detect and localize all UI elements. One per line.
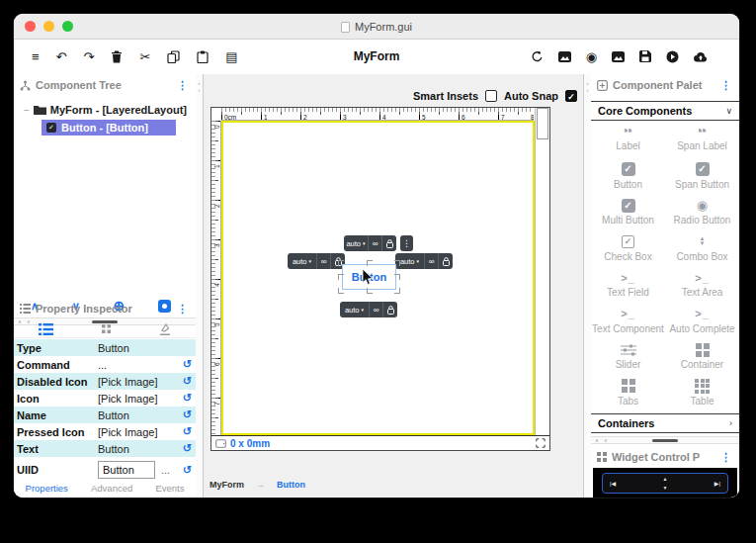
reset-property-icon[interactable]: ↺ [179, 358, 192, 371]
palette-item-combo-box[interactable]: ▲▼ Combo Box [665, 230, 739, 267]
resize-handle[interactable] [367, 288, 373, 294]
resize-handle[interactable] [367, 260, 373, 266]
cut-button[interactable]: ✂ [139, 50, 150, 63]
style-view-tab[interactable] [159, 323, 171, 335]
palette-item-auto-complete[interactable]: >_ Auto Complete [665, 303, 739, 339]
uiid-input[interactable] [98, 461, 155, 479]
property-row[interactable]: Disabled Icon [Pick Image] ↺ [14, 373, 196, 390]
paste-button[interactable] [197, 50, 209, 63]
right-inset-control[interactable]: auto▾ ∞ [395, 253, 453, 269]
infinity-button[interactable]: ∞ [369, 235, 382, 251]
tab-properties[interactable]: Properties [26, 483, 68, 494]
previous-track-icon[interactable]: |◀ [610, 481, 616, 487]
palette-item-span-label[interactable]: “ Span Label [665, 122, 739, 158]
resize-handle[interactable] [394, 274, 400, 280]
tab-advanced[interactable]: Advanced [91, 483, 132, 494]
palette-item-multi-button[interactable]: ✓ Multi Button [591, 194, 665, 230]
grid-view-tab[interactable] [102, 324, 111, 333]
lock-button[interactable] [382, 235, 396, 251]
widget-control-menu-button[interactable]: ⋮ [718, 451, 733, 464]
fullscreen-icon[interactable] [536, 438, 546, 448]
next-track-icon[interactable]: ▶| [714, 481, 720, 487]
resize-handle[interactable] [394, 288, 400, 294]
palette-item-slider[interactable]: Slider [591, 338, 665, 375]
breadcrumb-child[interactable]: Button [277, 480, 305, 490]
palette-item-text-area[interactable]: >_ Text Area [665, 266, 739, 303]
property-row[interactable]: Command ... ↺ [14, 356, 196, 373]
smart-insets-checkbox[interactable] [485, 90, 497, 102]
palette-item-container[interactable]: Container [665, 338, 739, 375]
media-control-widget[interactable]: |◀ ▲ ▼ ▶| [602, 473, 728, 494]
menu-button[interactable]: ≡ [32, 50, 40, 63]
reset-property-icon[interactable]: ↺ [179, 442, 192, 455]
palette-item-tabs[interactable]: Tabs [591, 375, 665, 411]
lock-button[interactable] [439, 253, 453, 269]
screenshot-button[interactable] [558, 51, 571, 62]
splitter-handle[interactable] [652, 439, 678, 442]
widget-menu-button[interactable]: ⋮ [400, 235, 413, 251]
property-inspector-menu-button[interactable]: ⋮ [175, 303, 190, 316]
section-core-components[interactable]: Core Components ∨ [591, 101, 739, 121]
bottom-inset-control[interactable]: auto▾ ∞ [340, 302, 397, 317]
tree-item-button-selected[interactable]: ✓ Button - [Button] [42, 120, 176, 136]
palette-item-check-box[interactable]: ✓ Check Box [591, 230, 665, 267]
delete-button[interactable] [111, 50, 123, 63]
section-containers[interactable]: Containers › [591, 413, 739, 433]
refresh-button[interactable] [531, 50, 544, 63]
tree-item-myform[interactable]: − MyForm - [LayeredLayout] [24, 104, 196, 116]
lock-button[interactable] [383, 302, 397, 317]
redo-button[interactable]: ↷ [84, 50, 95, 63]
palette-item-table[interactable]: Table [665, 375, 739, 411]
list-view-tab[interactable] [39, 323, 53, 335]
palette-item-span-button[interactable]: ✓ Span Button [665, 158, 739, 195]
right-splitter[interactable]: ‹› [584, 74, 591, 498]
property-row[interactable]: Type Button [14, 339, 196, 356]
palette-item-button[interactable]: ✓ Button [591, 158, 665, 195]
reset-property-icon[interactable]: ↺ [179, 464, 192, 477]
copy-button[interactable] [167, 50, 180, 63]
panel-splitter[interactable]: ∧ ∨ [591, 436, 739, 444]
record-button[interactable]: ◉ [586, 50, 597, 63]
reset-property-icon[interactable]: ↺ [179, 425, 192, 438]
palette-menu-button[interactable]: ⋮ [718, 79, 733, 92]
left-splitter[interactable]: ‹› [196, 74, 203, 498]
left-inset-control[interactable]: auto▾ ∞ [288, 253, 345, 269]
canvas-scrollbar[interactable] [535, 108, 549, 435]
auto-snap-checkbox[interactable]: ✓ [565, 90, 577, 102]
palette-item-text-field[interactable]: >_ Text Field [591, 266, 665, 303]
down-arrow-icon[interactable]: ▼ [663, 485, 668, 491]
uiid-more-button[interactable]: ... [161, 464, 179, 476]
tree-collapse-toggle[interactable]: − [24, 105, 30, 116]
reset-property-icon[interactable]: ↺ [179, 392, 192, 405]
resize-handle[interactable] [338, 260, 344, 266]
reset-property-icon[interactable]: ↺ [179, 408, 192, 421]
property-row-uiid[interactable]: UIID ... ↺ [14, 457, 196, 483]
resize-handle[interactable] [394, 260, 400, 266]
collapse-arrows-icon[interactable]: ‹› [584, 80, 591, 94]
infinity-button[interactable]: ∞ [370, 302, 383, 317]
notes-button[interactable]: ▤ [225, 50, 237, 63]
palette-item-radio-button[interactable]: ◉ Radio Button [665, 194, 739, 230]
resize-handle[interactable] [338, 288, 344, 294]
tab-events[interactable]: Events [155, 483, 184, 494]
reset-property-icon[interactable]: ↺ [179, 375, 192, 388]
property-row[interactable]: Pressed Icon [Pick Image] ↺ [14, 423, 196, 440]
infinity-button[interactable]: ∞ [425, 253, 439, 269]
palette-item-text-component[interactable]: >_ Text Component [591, 303, 665, 339]
collapse-arrows-icon[interactable]: ‹› [196, 80, 203, 94]
upload-button[interactable] [694, 51, 708, 62]
top-inset-control[interactable]: auto▾ ∞ [344, 235, 396, 251]
property-row[interactable]: Name Button ↺ [14, 407, 196, 423]
play-button[interactable] [666, 50, 679, 63]
infinity-button[interactable]: ∞ [317, 253, 331, 269]
resize-handle[interactable] [338, 274, 344, 280]
undo-button[interactable]: ↶ [56, 50, 67, 63]
gallery-button[interactable] [612, 51, 625, 62]
palette-item-label[interactable]: “ Label [591, 122, 665, 158]
breadcrumb-root[interactable]: MyForm [210, 480, 244, 490]
component-tree-menu-button[interactable]: ⋮ [175, 79, 190, 92]
scrollbar-thumb[interactable] [537, 108, 548, 139]
property-row[interactable]: Icon [Pick Image] ↺ [14, 390, 196, 407]
property-row[interactable]: Text Button ↺ [14, 440, 196, 457]
up-arrow-icon[interactable]: ▲ [663, 476, 668, 482]
